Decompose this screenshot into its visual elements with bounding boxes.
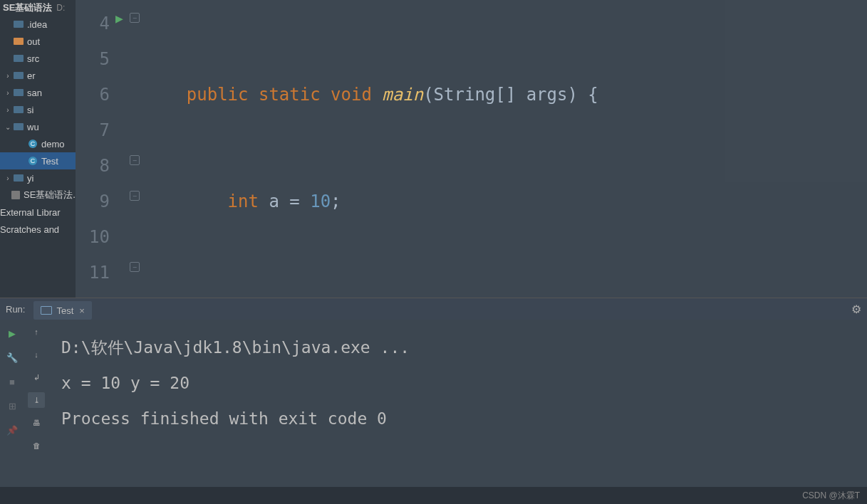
code-content[interactable]: public static void main(String[] args) {… [145,0,867,298]
tree-item-test[interactable]: C Test [0,152,76,169]
tree-item-src[interactable]: src [0,50,76,67]
tree-item-extlib[interactable]: External Librar [0,204,76,221]
line-number-gutter: 4 5 6 7 8 9 10 11 12 [76,0,110,298]
output-line: x = 10 y = 20 [61,365,854,401]
line-number: 11 [76,255,110,290]
down-icon[interactable]: ↓ [28,347,45,362]
chevron-right-icon: › [3,89,13,97]
run-tabbar: Run: Test × ⚙ [0,298,867,320]
line-number: 12 [76,290,110,298]
run-line-icon[interactable]: ▶ [115,11,123,26]
line-number: 7 [76,112,110,148]
pin-icon[interactable]: 📌 [4,422,20,438]
gear-icon[interactable]: ⚙ [851,303,861,316]
line-number: 4 [76,6,110,41]
folder-icon [13,121,24,132]
fold-icon[interactable]: − [130,155,140,165]
watermark: CSDN @沐霖T [802,490,860,502]
run-toolbar-output: ↑ ↓ ↲ ⤓ 🖶 🗑 [24,320,48,487]
run-toolbar-left: ▶ 🔧 ■ ⊞ 📌 [0,320,24,487]
gutter-icons: ▶− − − − [110,0,145,298]
line-number: 6 [76,77,110,112]
folder-icon [13,172,24,184]
run-panel: Run: Test × ⚙ ▶ 🔧 ■ ⊞ 📌 ↑ ↓ ↲ ⤓ 🖶 🗑 D:\软… [0,298,867,487]
scroll-to-end-icon[interactable]: ⤓ [28,392,45,408]
tree-item-demo[interactable]: C demo [0,135,76,152]
up-icon[interactable]: ↑ [28,324,45,340]
chevron-right-icon: › [3,72,13,80]
project-tree: SE基础语法 D: .idea out src › er › san [0,0,76,298]
run-panel-label: Run: [6,304,25,315]
code-editor[interactable]: 4 5 6 7 8 9 10 11 12 ▶− − − − public sta… [76,0,867,298]
tree-item-yi[interactable]: › yi [0,169,76,187]
tree-item-si[interactable]: › si [0,101,76,118]
status-bar: CSDN @沐霖T [0,487,867,504]
tree-item-er[interactable]: › er [0,67,76,84]
trash-icon[interactable]: 🗑 [28,438,45,453]
wrench-icon[interactable]: 🔧 [4,350,20,365]
tree-item-idea[interactable]: .idea [0,16,76,33]
project-path: D: [56,3,65,13]
project-title: SE基础语法 [3,1,52,14]
fold-icon[interactable]: − [130,13,140,23]
class-icon: C [27,138,38,149]
project-title-row[interactable]: SE基础语法 D: [0,0,76,16]
file-icon [11,189,21,201]
line-number: 10 [76,219,110,255]
tree-item-out[interactable]: out [0,33,76,50]
stop-icon[interactable]: ■ [4,374,20,389]
fold-icon[interactable]: − [130,262,140,272]
folder-icon [13,87,24,98]
folder-icon [13,70,24,81]
output-line: Process finished with exit code 0 [61,401,854,436]
tree-item-san[interactable]: › san [0,84,76,101]
print-icon[interactable]: 🖶 [28,415,45,431]
chevron-right-icon: › [3,106,13,114]
run-tab-label: Test [56,305,73,316]
folder-icon [13,19,24,30]
rerun-button[interactable]: ▶ [4,325,20,341]
line-number: 5 [76,41,110,77]
line-number: 8 [76,148,110,184]
folder-icon [13,36,24,47]
run-config-icon [41,306,52,315]
layout-icon[interactable]: ⊞ [4,398,20,414]
chevron-right-icon: › [3,174,13,182]
run-tab[interactable]: Test × [33,301,91,320]
tree-item-wu[interactable]: ⌄ wu [0,118,76,135]
tree-item-scratch[interactable]: Scratches and [0,221,76,238]
chevron-down-icon: ⌄ [3,123,13,131]
tree-item-iml[interactable]: SE基础语法. [0,187,76,204]
folder-icon [13,53,24,64]
output-line: D:\软件\Java\jdk1.8\bin\java.exe ... [61,330,854,365]
console-output[interactable]: D:\软件\Java\jdk1.8\bin\java.exe ...x = 10… [48,320,867,487]
close-icon[interactable]: × [79,305,85,316]
class-icon: C [27,155,38,167]
folder-icon [13,104,24,115]
fold-icon[interactable]: − [130,191,140,201]
soft-wrap-icon[interactable]: ↲ [28,369,45,385]
line-number: 9 [76,184,110,219]
